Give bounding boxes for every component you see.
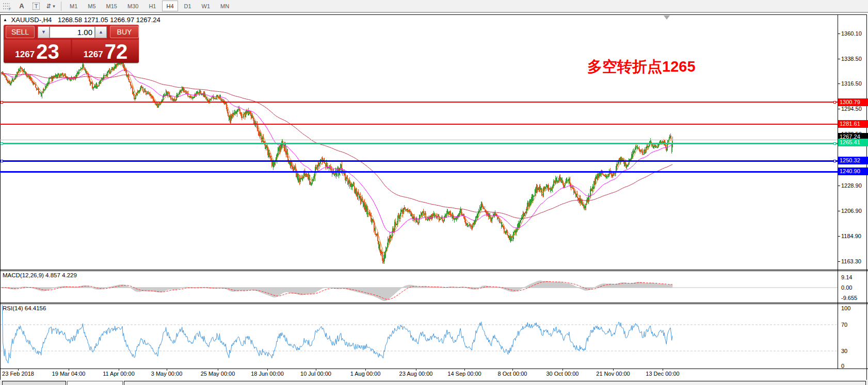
- hline-handle[interactable]: [1, 142, 3, 145]
- price-tick-mark: [838, 34, 840, 34]
- timeframe-button-h1[interactable]: H1: [144, 1, 160, 11]
- mt4-window: F A T ⇵ ▾ M1M5M15M30H1H4D1W1MN ▲ XAUUSD-…: [0, 0, 868, 385]
- fibonacci-icon: F: [3, 2, 12, 10]
- arrow-tools-button[interactable]: ⇵ ▾: [44, 1, 57, 11]
- timeframe-button-m15[interactable]: M15: [102, 1, 121, 11]
- timeframe-button-mn[interactable]: MN: [216, 1, 233, 11]
- time-tick-label: 23 Feb 2018: [2, 371, 34, 377]
- price-tick-label: 1338.50: [841, 56, 862, 62]
- price-tick-mark: [838, 236, 840, 237]
- price-level-badge: 1250.32: [838, 157, 868, 164]
- indicator-scale-label: 30: [841, 348, 847, 354]
- time-tick-label: 14 Sep 00:00: [447, 371, 481, 377]
- volume-widget: ▼ ▲: [38, 26, 107, 38]
- time-axis-line: [0, 369, 868, 369]
- text-label-tool-button[interactable]: A: [15, 1, 28, 11]
- time-tick-label: 21 Nov 00:00: [596, 371, 630, 377]
- horizontal-line-1265.41[interactable]: [0, 143, 838, 144]
- horizontal-line-1300.79[interactable]: [0, 102, 838, 103]
- horizontal-line-1240.9[interactable]: [0, 171, 838, 173]
- chart-shift-marker-icon[interactable]: [664, 15, 670, 20]
- time-tick-label: 13 Dec 00:00: [646, 371, 679, 377]
- timeframe-button-m1[interactable]: M1: [66, 1, 82, 11]
- price-level-badge: 1281.61: [838, 120, 868, 128]
- one-click-trading-panel: SELL ▼ ▲ BUY 1267 23 1267 72: [4, 25, 139, 63]
- timeframe-button-d1[interactable]: D1: [180, 1, 196, 11]
- text-label-icon: A: [19, 2, 24, 10]
- collapse-arrow-icon[interactable]: ▲: [3, 18, 7, 22]
- horizontal-line-1250.32[interactable]: [0, 160, 838, 162]
- toolbar: F A T ⇵ ▾ M1M5M15M30H1H4D1W1MN: [0, 0, 868, 13]
- price-tick-label: 1316.50: [841, 80, 862, 87]
- time-tick-label: 11 Apr 00:00: [103, 371, 135, 377]
- text-tool-button[interactable]: T: [30, 1, 42, 11]
- horizontal-line-1281.61[interactable]: [0, 124, 838, 125]
- hline-handle[interactable]: [833, 160, 836, 162]
- chart-tab[interactable]: [2, 381, 66, 385]
- price-tick-mark: [838, 83, 840, 84]
- price-tick-label: 1294.50: [841, 106, 862, 112]
- panel-separator[interactable]: [0, 270, 868, 270]
- sell-price-display[interactable]: 1267 23: [4, 40, 71, 62]
- chart-text-annotation[interactable]: 多空转折点1265: [587, 57, 716, 77]
- time-tick-label: 18 Jun 00:00: [251, 371, 284, 377]
- indicator-scale-label: 100: [841, 305, 850, 311]
- arrows-icon: ⇵: [46, 3, 51, 10]
- timeframe-button-h4[interactable]: H4: [162, 1, 178, 11]
- time-tick-label: 19 Mar 04:00: [52, 371, 86, 377]
- horizontal-line-1268.5[interactable]: [0, 140, 838, 140]
- buy-button[interactable]: BUY: [110, 26, 139, 38]
- hline-handle[interactable]: [833, 101, 836, 104]
- rsi-canvas: [1, 304, 838, 369]
- volume-increase-button[interactable]: ▲: [95, 26, 107, 38]
- hline-handle[interactable]: [833, 142, 836, 145]
- bottom-tab-bar: [0, 380, 868, 385]
- buy-price-display[interactable]: 1267 72: [72, 40, 139, 62]
- price-tick-label: 1184.90: [841, 233, 861, 239]
- timeframe-button-m30[interactable]: M30: [123, 1, 142, 11]
- time-tick-label: 23 Aug 00:00: [399, 371, 433, 377]
- time-tick-label: 1 Aug 00:00: [350, 371, 381, 377]
- macd-label: MACD(12,26,9) 4.857 4.229: [3, 272, 77, 278]
- volume-decrease-button[interactable]: ▼: [38, 26, 50, 38]
- sell-button[interactable]: SELL: [6, 26, 35, 38]
- timeframe-button-w1[interactable]: W1: [198, 1, 215, 11]
- price-tick-mark: [838, 186, 840, 186]
- buy-price-small: 1267: [84, 49, 103, 60]
- indicator-scale-label: 0: [841, 363, 844, 369]
- time-tick-label: 30 Oct 00:00: [546, 371, 579, 377]
- toolbar-separator: [61, 2, 61, 11]
- time-tick-label: 3 May 00:00: [151, 371, 183, 377]
- text-icon: T: [33, 3, 40, 10]
- time-tick-label: 25 May 00:00: [201, 371, 235, 377]
- price-tick-mark: [838, 261, 840, 262]
- hline-handle[interactable]: [1, 101, 3, 104]
- hline-handle[interactable]: [1, 160, 3, 162]
- panel-separator[interactable]: [0, 303, 868, 303]
- macd-canvas: [1, 271, 838, 303]
- rsi-label: RSI(14) 64.4156: [3, 305, 46, 311]
- chart-tab[interactable]: [124, 381, 866, 385]
- volume-input[interactable]: [50, 26, 95, 38]
- indicator-scale-label: 9.14: [841, 274, 852, 280]
- price-tick-mark: [838, 59, 840, 59]
- price-tick-label: 1163.30: [841, 258, 861, 264]
- indicator-scale-label: -9.655: [841, 295, 857, 301]
- fibonacci-tool-button[interactable]: F: [1, 1, 13, 11]
- chevron-down-icon: ▾: [53, 4, 55, 9]
- price-level-badge: 1265.41: [838, 139, 868, 146]
- price-level-badge: 1300.79: [838, 98, 868, 106]
- price-axis-divider: [838, 14, 838, 369]
- sell-price-small: 1267: [15, 49, 35, 60]
- sell-price-big: 23: [36, 41, 59, 62]
- timeframe-button-m5[interactable]: M5: [84, 1, 100, 11]
- svg-text:F: F: [9, 7, 11, 10]
- triangle-up-icon: ▲: [99, 29, 103, 35]
- chart-tab[interactable]: [67, 381, 123, 385]
- triangle-down-icon: ▼: [41, 29, 46, 35]
- chart-header: ▲ XAUUSD-,H4 1268.58 1271.05 1266.97 126…: [3, 16, 160, 24]
- ohlc-values: 1268.58 1271.05 1266.97 1267.24: [58, 16, 160, 24]
- time-tick-label: 8 Oct 00:00: [498, 371, 527, 377]
- buy-price-big: 72: [105, 41, 128, 62]
- trade-panel-controls: SELL ▼ ▲ BUY: [4, 25, 139, 39]
